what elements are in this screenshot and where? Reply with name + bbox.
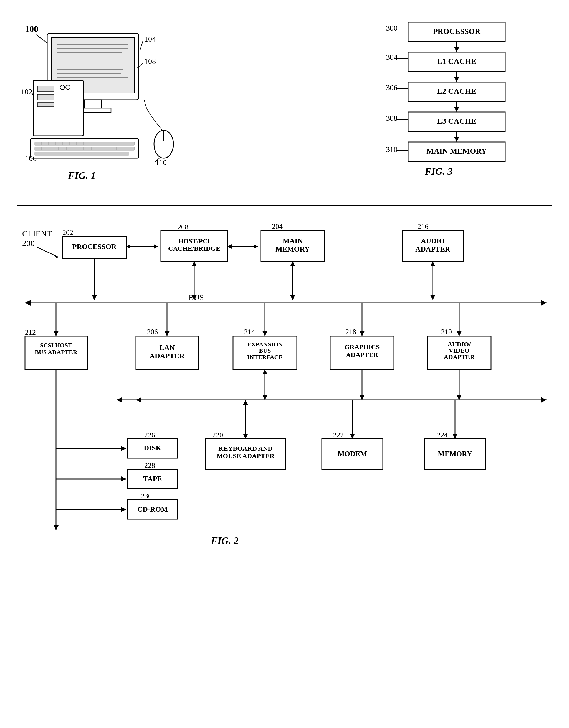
svg-marker-145 xyxy=(243,400,248,405)
fig2-ref-214: 214 xyxy=(244,328,255,336)
fig2-ref-222: 222 xyxy=(333,431,344,439)
svg-point-23 xyxy=(60,85,65,90)
fig2-keyboard-label2: MOUSE ADAPTER xyxy=(217,452,274,460)
fig2-ref-216: 216 xyxy=(418,222,428,230)
fig3-mainmemory-label: MAIN MEMORY xyxy=(426,147,487,155)
svg-marker-112 xyxy=(262,331,267,336)
fig2-audiovideo-label1: AUDIO/ xyxy=(448,341,471,348)
svg-marker-77 xyxy=(55,255,58,258)
svg-marker-108 xyxy=(54,331,59,336)
fig2-hostpci-label2: CACHE/BRIDGE xyxy=(168,245,220,252)
svg-rect-29 xyxy=(35,152,129,155)
fig1-ref-108: 108 xyxy=(144,57,156,65)
fig1-ref-106: 106 xyxy=(25,154,37,163)
fig2-ref-224: 224 xyxy=(437,431,448,439)
fig3-ref-308: 308 xyxy=(386,114,398,122)
fig2-disk-label: DISK xyxy=(144,444,161,452)
fig3-l3cache-label: L3 CACHE xyxy=(437,117,476,125)
svg-marker-73 xyxy=(454,137,459,142)
svg-rect-15 xyxy=(85,100,101,108)
fig2-caption: FIG. 2 xyxy=(210,535,238,546)
fig3-ref-310: 310 xyxy=(386,145,398,154)
fig2-memory-label: MEMORY xyxy=(438,450,472,458)
svg-marker-114 xyxy=(360,331,365,336)
fig2-cdrom-label: CD-ROM xyxy=(137,505,168,513)
fig2-ref-212: 212 xyxy=(25,328,36,336)
fig2-audioadapter-label2: ADAPTER xyxy=(415,245,450,253)
fig2-tape-label: TAPE xyxy=(143,475,162,483)
fig2-ref-228: 228 xyxy=(144,461,155,470)
fig1-ref-110: 110 xyxy=(155,158,167,167)
fig2-mainmem-label1: MAIN xyxy=(283,237,303,245)
fig2-ref-226: 226 xyxy=(144,431,155,439)
svg-marker-142 xyxy=(121,507,126,512)
fig2-ref-220: 220 xyxy=(212,431,223,439)
fig1-ref-102: 102 xyxy=(21,87,32,96)
svg-marker-138 xyxy=(121,446,126,451)
fig2-hostpci-label1: HOST/PCI xyxy=(178,237,210,245)
svg-marker-118 xyxy=(136,397,141,403)
fig2-graphics-label1: GRAPHICS xyxy=(345,343,380,351)
fig3-l2cache-label: L2 CACHE xyxy=(437,87,476,95)
fig2-scsi-label1: SCSI HOST xyxy=(40,342,72,349)
svg-marker-123 xyxy=(262,395,267,400)
fig2-audioadapter-label1: AUDIO xyxy=(421,237,445,245)
svg-marker-119 xyxy=(541,397,547,403)
svg-rect-20 xyxy=(37,86,54,92)
svg-marker-69 xyxy=(454,107,459,112)
fig2-svg: CLIENT 200 PROCESSOR 202 HOST/PCI CACHE/… xyxy=(17,211,552,669)
top-section: 100 xyxy=(17,17,552,183)
svg-marker-149 xyxy=(453,434,458,439)
fig2-expbus-label3: INTERFACE xyxy=(247,354,283,361)
svg-marker-61 xyxy=(454,47,459,52)
fig2-audiovideo-label3: ADAPTER xyxy=(444,354,475,361)
svg-rect-28 xyxy=(35,147,134,150)
fig3-ref-300: 300 xyxy=(386,24,398,32)
fig2-ref-202: 202 xyxy=(62,229,73,237)
fig2-ref-219: 219 xyxy=(441,328,452,336)
svg-rect-21 xyxy=(37,94,54,100)
fig3-container: 300 PROCESSOR 304 L1 CACHE 306 xyxy=(364,17,552,183)
svg-marker-98 xyxy=(290,261,295,266)
fig2-ref-208: 208 xyxy=(177,223,188,231)
svg-marker-86 xyxy=(254,244,258,249)
svg-marker-101 xyxy=(430,261,435,266)
fig2-expbus-label1: EXPANSION xyxy=(247,341,283,348)
fig3-ref-306: 306 xyxy=(386,83,398,92)
fig2-client-200: 200 xyxy=(22,239,35,248)
fig2-lan-label2: ADAPTER xyxy=(149,352,184,360)
svg-marker-144 xyxy=(243,434,248,439)
fig2-container: CLIENT 200 PROCESSOR 202 HOST/PCI CACHE/… xyxy=(17,211,552,683)
svg-marker-65 xyxy=(454,77,459,82)
fig2-scsi-label2: BUS ADAPTER xyxy=(35,349,78,356)
svg-marker-84 xyxy=(126,244,130,249)
fig1-ref-100: 100 xyxy=(25,24,38,34)
fig2-expbus-label2: BUS xyxy=(259,347,271,354)
page: 100 xyxy=(0,0,569,728)
fig1-svg: 100 xyxy=(17,17,211,183)
fig1-ref-104: 104 xyxy=(144,35,156,43)
svg-line-17 xyxy=(140,41,143,50)
fig2-ref-206: 206 xyxy=(147,328,158,336)
section-divider xyxy=(17,205,552,206)
svg-rect-22 xyxy=(37,103,54,107)
fig3-ref-304: 304 xyxy=(386,53,398,61)
fig2-processor-label: PROCESSOR xyxy=(72,243,116,251)
svg-marker-97 xyxy=(290,295,295,300)
svg-marker-87 xyxy=(227,244,232,249)
svg-marker-128 xyxy=(457,395,462,400)
fig1-caption: FIG. 1 xyxy=(68,170,96,181)
fig2-lan-label1: LAN xyxy=(159,344,175,352)
fig2-graphics-label2: ADAPTER xyxy=(346,351,379,358)
fig1-container: 100 xyxy=(17,17,211,183)
svg-marker-90 xyxy=(541,300,547,306)
svg-marker-121 xyxy=(116,397,121,402)
fig3-l1cache-label: L1 CACHE xyxy=(437,57,476,65)
svg-marker-92 xyxy=(92,295,97,300)
fig2-bus-label: BUS xyxy=(189,293,204,302)
svg-marker-110 xyxy=(164,331,169,336)
svg-marker-126 xyxy=(360,395,365,400)
fig2-modem-label: MODEM xyxy=(338,450,367,458)
fig2-audiovideo-label2: VIDEO xyxy=(449,347,469,354)
svg-marker-136 xyxy=(54,525,59,530)
